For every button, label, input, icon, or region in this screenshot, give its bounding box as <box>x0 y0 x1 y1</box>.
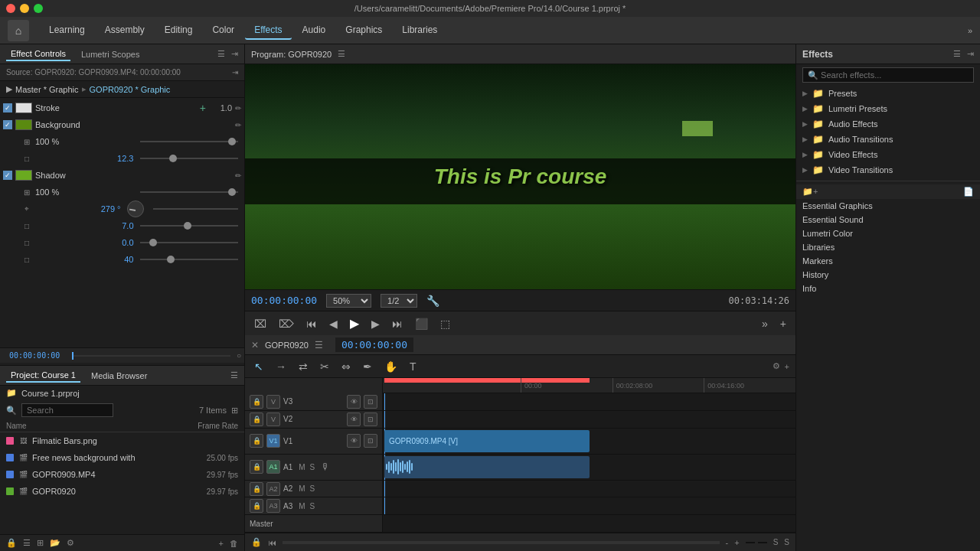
effects-item-markers[interactable]: Markers <box>796 254 980 268</box>
list-view-icon[interactable]: ⊞ <box>231 406 238 416</box>
menu-editing[interactable]: Editing <box>155 21 202 40</box>
tab-media-browser[interactable]: Media Browser <box>87 370 152 382</box>
go-to-out-btn[interactable]: ⏭ <box>389 316 406 331</box>
v3-eye-btn[interactable]: 👁 <box>347 395 361 409</box>
shadow-blur-thumb[interactable] <box>167 256 175 263</box>
shadow-opacity-value[interactable]: 100 % <box>35 187 134 197</box>
shadow-blur-slider[interactable] <box>140 259 239 260</box>
effects-item-video-transitions[interactable]: ▶ 📁 Video Transitions <box>796 162 980 178</box>
delete-btn[interactable]: 🗑 <box>230 539 238 548</box>
timeline-zoom-out[interactable]: - <box>726 538 729 547</box>
v2-sync-lock[interactable]: 🔒 <box>250 412 263 426</box>
monitor-timecode[interactable]: 00:00:00:00 <box>251 295 317 306</box>
v1-target-btn[interactable]: V1 <box>266 434 280 448</box>
tab-effect-controls[interactable]: Effect Controls <box>6 47 70 61</box>
background-checkbox[interactable] <box>3 120 12 129</box>
add-marker-btn[interactable]: + <box>777 316 789 331</box>
project-panel-menu[interactable]: ☰ <box>230 370 238 380</box>
fx-playhead[interactable] <box>72 352 74 360</box>
hand-tool[interactable]: ✋ <box>381 359 400 374</box>
add-bin-btn[interactable]: + <box>219 539 224 548</box>
shadow-eyedropper[interactable]: ✏ <box>235 171 241 180</box>
timeline-prev-btn[interactable]: ⏮ <box>268 538 276 547</box>
bg-opacity-value[interactable]: 100 % <box>35 137 134 146</box>
timeline-menu-icon[interactable]: ☰ <box>315 340 323 350</box>
ripple-edit-tool[interactable]: ⇄ <box>296 359 311 374</box>
timeline-ruler[interactable]: 00:00 00:02:08:00 00:04:16:00 <box>383 378 795 393</box>
a1-target-btn[interactable]: A1 <box>266 460 280 474</box>
ratio-select[interactable]: 1/2 Full <box>381 294 417 308</box>
stroke-add-btn[interactable]: + <box>200 102 206 114</box>
lock-icon[interactable]: 🔒 <box>6 538 17 548</box>
type-tool[interactable]: T <box>407 359 420 374</box>
close-tab-icon[interactable]: ✕ <box>251 340 259 350</box>
settings-icon[interactable]: ⚙ <box>67 538 74 548</box>
background-eyedropper[interactable]: ✏ <box>235 121 241 129</box>
v3-mute-btn[interactable]: ⊡ <box>364 395 377 409</box>
menu-graphics[interactable]: Graphics <box>336 21 391 40</box>
effects-item-audio-transitions[interactable]: ▶ 📁 Audio Transitions <box>796 132 980 147</box>
monitor-menu-icon[interactable]: ☰ <box>338 49 345 59</box>
stroke-color-swatch[interactable] <box>15 103 32 113</box>
expand-icon[interactable]: ⇥ <box>232 68 238 77</box>
bg-opacity-slider[interactable] <box>140 141 239 142</box>
shadow-blur-value[interactable]: 40 <box>35 255 134 264</box>
step-forward-btn[interactable]: ▶ <box>368 316 383 331</box>
search-input[interactable] <box>21 403 113 417</box>
shadow-size-slider[interactable] <box>140 242 239 243</box>
stroke-eyedropper[interactable]: ✏ <box>235 104 241 112</box>
shadow-distance-value[interactable]: 7.0 <box>35 221 134 230</box>
new-item-icon[interactable]: 📄 <box>963 187 974 197</box>
effects-item-video-effects[interactable]: ▶ 📁 Video Effects <box>796 147 980 162</box>
minimize-button[interactable] <box>20 4 29 13</box>
v1-sync-lock[interactable]: 🔒 <box>250 434 263 448</box>
list-item[interactable]: 🎬 Free news background with 25.00 fps <box>0 449 244 466</box>
timeline-scrollbar[interactable] <box>283 541 720 544</box>
shadow-distance-thumb[interactable] <box>184 222 191 230</box>
effects-panel-expand[interactable]: ⇥ <box>967 49 974 59</box>
menu-effects[interactable]: Effects <box>245 21 291 40</box>
menu-color[interactable]: Color <box>203 21 243 40</box>
play-btn[interactable]: ▶ <box>347 315 362 332</box>
zoom-select[interactable]: 50% 25% 100% <box>326 294 371 308</box>
panel-menu-icon[interactable]: ☰ <box>217 49 225 59</box>
menu-audio[interactable]: Audio <box>293 21 335 40</box>
step-back-btn[interactable]: ◀ <box>326 316 341 331</box>
wrench-icon[interactable]: 🔧 <box>426 295 439 307</box>
razor-tool[interactable]: ✂ <box>317 359 332 374</box>
breadcrumb-clip[interactable]: GOPR0920 * Graphic <box>90 85 171 94</box>
tab-project[interactable]: Project: Course 1 <box>6 369 80 383</box>
add-track-btn[interactable]: + <box>785 362 789 371</box>
a1-sync-lock[interactable]: 🔒 <box>250 460 263 474</box>
timeline-zoom-in[interactable]: + <box>734 538 739 547</box>
v1-mute-btn[interactable]: ⊡ <box>364 434 377 448</box>
shadow-color-swatch[interactable] <box>15 170 32 181</box>
more-workspaces-icon[interactable]: » <box>968 26 972 35</box>
list-view-btn[interactable]: ☰ <box>23 538 31 548</box>
shadow-angle-value[interactable]: 279 ° <box>35 204 121 214</box>
insert-btn[interactable]: ⬛ <box>412 316 431 331</box>
v1-clip[interactable]: GOPR0909.MP4 [V] <box>384 430 590 452</box>
bg-size-slider[interactable] <box>140 158 239 159</box>
bg-opacity-thumb[interactable] <box>228 138 236 145</box>
timeline-timecode[interactable]: 00:00:00:00 <box>335 337 413 352</box>
pen-tool[interactable]: ✒ <box>360 359 375 374</box>
close-button[interactable] <box>6 4 15 13</box>
stroke-checkbox[interactable] <box>3 103 12 112</box>
v1-eye-btn[interactable]: 👁 <box>347 434 361 448</box>
effects-item-presets[interactable]: ▶ 📁 Presets <box>796 86 980 101</box>
list-item[interactable]: 🎬 GOPR0909.MP4 29.97 fps <box>0 466 244 483</box>
effects-item-libraries[interactable]: Libraries <box>796 240 980 254</box>
menu-assembly[interactable]: Assembly <box>96 21 154 40</box>
shadow-size-value[interactable]: 0.0 <box>35 238 134 247</box>
timeline-title[interactable]: GOPR0920 <box>265 341 309 350</box>
settings-btn[interactable]: ⚙ <box>773 361 780 371</box>
effects-panel-menu[interactable]: ☰ <box>953 49 961 59</box>
angle-dial[interactable] <box>127 201 144 217</box>
v2-eye-btn[interactable]: 👁 <box>347 412 361 426</box>
shadow-checkbox[interactable] <box>3 171 12 180</box>
effects-item-essential-sound[interactable]: Essential Sound <box>796 213 980 227</box>
menu-libraries[interactable]: Libraries <box>393 21 446 40</box>
panel-expand-icon[interactable]: ⇥ <box>231 49 238 59</box>
effects-item-history[interactable]: History <box>796 268 980 282</box>
